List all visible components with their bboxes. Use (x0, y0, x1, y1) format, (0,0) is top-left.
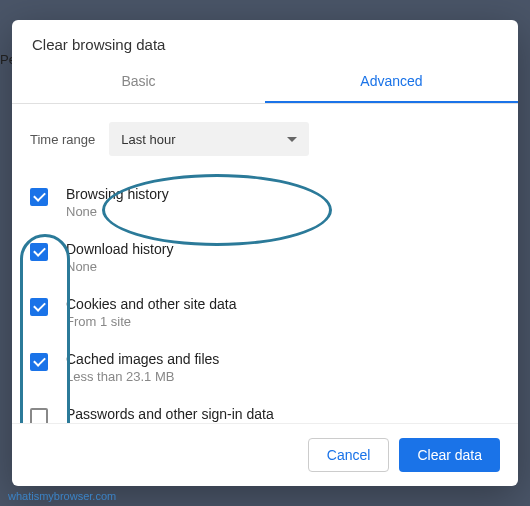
item-title: Download history (66, 241, 500, 257)
dialog-content: Time range Last hour Browsing history No… (12, 104, 518, 423)
checkbox-download-history[interactable] (30, 243, 48, 261)
list-item: Passwords and other sign-in data None (30, 398, 500, 423)
list-item: Browsing history None (30, 178, 500, 233)
chevron-down-icon (287, 137, 297, 142)
tab-basic[interactable]: Basic (12, 63, 265, 103)
time-range-select[interactable]: Last hour (109, 122, 309, 156)
checkbox-cookies[interactable] (30, 298, 48, 316)
dialog-title: Clear browsing data (12, 20, 518, 63)
item-sub: From 1 site (66, 314, 500, 329)
checkbox-browsing-history[interactable] (30, 188, 48, 206)
time-range-row: Time range Last hour (30, 122, 500, 156)
time-range-label: Time range (30, 132, 95, 147)
cancel-button[interactable]: Cancel (308, 438, 390, 472)
item-title: Browsing history (66, 186, 500, 202)
list-item: Cookies and other site data From 1 site (30, 288, 500, 343)
tab-advanced[interactable]: Advanced (265, 63, 518, 103)
item-title: Cookies and other site data (66, 296, 500, 312)
item-sub: Less than 23.1 MB (66, 369, 500, 384)
list-item: Download history None (30, 233, 500, 288)
dialog-footer: Cancel Clear data (12, 423, 518, 486)
time-range-value: Last hour (121, 132, 175, 147)
list-item: Cached images and files Less than 23.1 M… (30, 343, 500, 398)
item-title: Cached images and files (66, 351, 500, 367)
item-title: Passwords and other sign-in data (66, 406, 500, 422)
tabs: Basic Advanced (12, 63, 518, 104)
item-sub: None (66, 204, 500, 219)
clear-data-button[interactable]: Clear data (399, 438, 500, 472)
clear-browsing-data-dialog: Clear browsing data Basic Advanced Time … (12, 20, 518, 486)
watermark: whatismybrowser.com (8, 490, 116, 502)
checkbox-passwords[interactable] (30, 408, 48, 423)
item-sub: None (66, 259, 500, 274)
checkbox-cached-images[interactable] (30, 353, 48, 371)
